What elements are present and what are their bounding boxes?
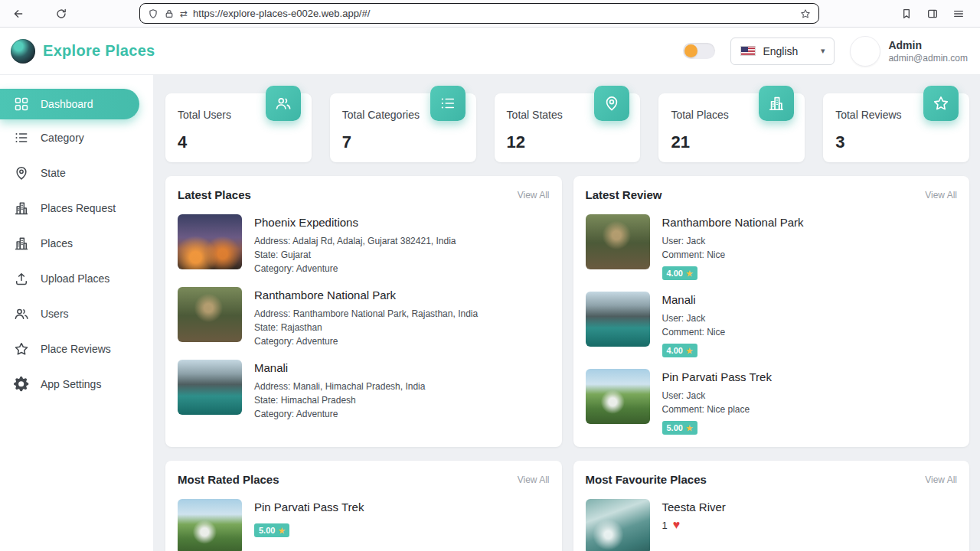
user-email: admin@admin.com: [888, 53, 968, 64]
review-comment: Comment: Nice place: [662, 403, 772, 416]
user-name: Admin: [888, 38, 968, 52]
toggle-knob-icon: [684, 44, 697, 57]
review-user: User: Jack: [662, 389, 772, 403]
stat-value: 4: [178, 132, 299, 152]
review-place-name: Pin Parvati Pass Trek: [662, 370, 772, 383]
stat-value: 3: [835, 132, 957, 152]
place-name: Teesta River: [662, 500, 726, 514]
sidebar-item-label: Users: [41, 308, 69, 320]
shield-icon[interactable]: [148, 8, 158, 19]
language-selector[interactable]: English ▾: [730, 37, 835, 65]
view-all-link[interactable]: View All: [518, 190, 550, 201]
sidebar-item-places-request[interactable]: Places Request: [0, 191, 153, 225]
review-user: User: Jack: [662, 311, 726, 325]
rating-badge: 5.00 ★: [662, 421, 697, 435]
sidebar-item-users[interactable]: Users: [0, 297, 153, 331]
lock-icon[interactable]: [164, 8, 175, 19]
translate-icon[interactable]: ⇄: [180, 8, 188, 19]
chevron-down-icon: ▾: [821, 46, 825, 56]
star-icon: ★: [686, 269, 693, 278]
hamburger-icon: [952, 8, 965, 20]
sidebar-item-label: Upload Places: [41, 272, 109, 285]
sidebar-item-app-settings[interactable]: App Settings: [0, 367, 153, 401]
sidebar-toggle-button[interactable]: [922, 3, 943, 24]
stat-value: 12: [507, 132, 629, 152]
sidebar-icon: [926, 8, 939, 20]
city-icon: [14, 201, 29, 216]
stat-card-total-users: Total Users 4: [165, 93, 312, 162]
browser-toolbar-icons: [896, 3, 972, 24]
sidebar-item-label: Dashboard: [41, 98, 93, 110]
star-icon: [923, 86, 959, 121]
list-item: Manali User: Jack Comment: Nice 4.00 ★: [586, 292, 958, 357]
stat-cards: Total Users 4 Total Categories 7 Total S…: [165, 86, 969, 162]
view-all-link[interactable]: View All: [925, 474, 957, 485]
place-photo: [586, 292, 650, 347]
us-flag-icon: [740, 46, 756, 56]
latest-review-panel: Latest Review View All Ranthambore Natio…: [573, 176, 970, 447]
sidebar-item-state[interactable]: State: [0, 156, 153, 190]
pin-icon: [14, 165, 29, 181]
bookmark-icon: [900, 8, 913, 20]
theme-toggle[interactable]: [683, 43, 715, 59]
avatar[interactable]: [850, 36, 880, 67]
sidebar-item-place-reviews[interactable]: Place Reviews: [0, 332, 153, 366]
users-icon: [14, 306, 29, 321]
review-place-name: Ranthambore National Park: [662, 216, 804, 229]
user-menu: Admin admin@admin.com: [850, 36, 968, 67]
favourite-count-value: 1: [662, 520, 668, 531]
panel-title: Latest Places: [178, 188, 251, 201]
sidebar-item-category[interactable]: Category: [0, 121, 153, 155]
place-photo: [178, 287, 242, 342]
most-favourite-panel: Most Favourite Places View All Teesta Ri…: [573, 461, 970, 551]
panel-row-most: Most Rated Places View All Pin Parvati P…: [165, 461, 969, 551]
address-bar[interactable]: ⇄ https://explore-places-e002e.web.app/#…: [139, 3, 819, 24]
stat-card-total-reviews: Total Reviews 3: [823, 93, 969, 162]
browser-back-button[interactable]: [8, 3, 29, 24]
list-item: Teesta River 1 ♥: [586, 499, 958, 551]
place-photo: [178, 360, 242, 415]
review-user: User: Jack: [662, 234, 804, 248]
view-all-link[interactable]: View All: [518, 474, 550, 485]
star-icon: ★: [686, 424, 693, 432]
upload-icon: [14, 271, 29, 286]
view-all-link[interactable]: View All: [925, 190, 957, 201]
url-text: https://explore-places-e002e.web.app/#/: [193, 8, 795, 19]
panel-title: Latest Review: [586, 188, 662, 201]
review-place-name: Manali: [662, 293, 726, 306]
city-icon: [759, 86, 794, 121]
place-name: Ranthambore National Park: [254, 289, 478, 302]
place-photo: [178, 499, 242, 551]
sidebar-item-label: Places: [41, 237, 73, 249]
sidebar-item-upload-places[interactable]: Upload Places: [0, 262, 153, 295]
app-title: Explore Places: [43, 42, 155, 60]
sidebar-item-places[interactable]: Places: [0, 227, 153, 260]
stat-value: 21: [671, 132, 792, 152]
sidebar-item-label: State: [41, 167, 66, 179]
place-address: Address: Ranthambore National Park, Raja…: [254, 307, 478, 321]
place-state: State: Gujarat: [254, 248, 456, 262]
place-photo: [586, 369, 650, 424]
rating-value: 4.00: [667, 346, 683, 355]
header-actions: English ▾ Admin admin@admin.com: [683, 36, 968, 67]
pocket-button[interactable]: [896, 3, 917, 24]
sidebar-item-label: Places Request: [41, 202, 116, 214]
app-header: Explore Places English ▾ Admin admin@adm…: [0, 28, 980, 75]
rating-value: 4.00: [667, 269, 683, 278]
place-state: State: Rajasthan: [254, 321, 478, 334]
bookmark-star-icon[interactable]: [800, 8, 811, 19]
brand: Explore Places: [11, 39, 155, 64]
list-item: Ranthambore National Park Address: Ranth…: [178, 287, 550, 348]
city-icon: [14, 236, 29, 251]
browser-refresh-button[interactable]: [51, 3, 72, 24]
place-category: Category: Adventure: [254, 334, 478, 348]
sidebar-item-dashboard[interactable]: Dashboard: [0, 89, 139, 119]
latest-places-panel: Latest Places View All Phoenix Expeditio…: [165, 176, 562, 447]
dashboard-icon: [14, 96, 29, 112]
users-icon: [266, 86, 301, 121]
star-icon: [14, 341, 29, 357]
place-name: Pin Parvati Pass Trek: [254, 500, 364, 514]
panel-row-latest: Latest Places View All Phoenix Expeditio…: [165, 176, 969, 447]
stat-value: 7: [342, 132, 464, 152]
menu-button[interactable]: [948, 3, 969, 24]
